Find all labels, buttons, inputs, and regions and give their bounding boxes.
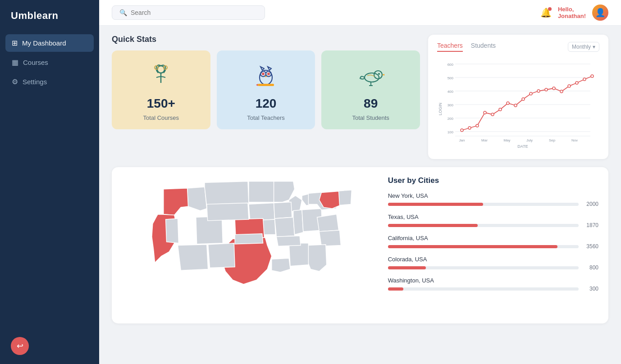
svg-point-38: [461, 129, 463, 132]
svg-point-43: [499, 108, 502, 111]
search-bar[interactable]: 🔍: [112, 5, 265, 20]
header-right: 🔔 Hello, Jonathan! 👤: [540, 5, 608, 21]
svg-marker-57: [187, 187, 207, 211]
svg-text:100: 100: [447, 130, 454, 134]
sidebar-item-label: Courses: [23, 59, 48, 66]
svg-text:300: 300: [447, 103, 454, 107]
students-number: 89: [364, 96, 378, 111]
chevron-down-icon: ▾: [593, 44, 595, 50]
quick-stats-title: Quick Stats: [112, 35, 420, 44]
avatar[interactable]: 👤: [592, 5, 608, 21]
svg-text:July: July: [526, 138, 533, 142]
svg-text:Mar: Mar: [481, 138, 488, 142]
bottom-row: User by Cities New York, USA 2000 Texas,…: [112, 167, 608, 323]
sidebar-item-label: My Dashboard: [22, 39, 66, 47]
svg-marker-85: [208, 243, 235, 268]
notification-bell[interactable]: 🔔: [540, 7, 552, 18]
teachers-label: Total Teachers: [247, 114, 285, 121]
chart-filter-dropdown[interactable]: Monthly ▾: [568, 42, 599, 52]
svg-point-15: [378, 73, 380, 75]
sidebar-footer: ↩: [0, 328, 99, 364]
stat-card-courses: 150+ Total Courses: [112, 50, 210, 129]
svg-text:DATE: DATE: [517, 144, 528, 149]
svg-text:600: 600: [447, 63, 454, 67]
courses-illustration: [146, 60, 175, 93]
chart-tab-students[interactable]: Students: [471, 42, 496, 52]
students-label: Total Students: [352, 114, 389, 121]
svg-marker-81: [235, 234, 263, 244]
svg-point-54: [583, 78, 586, 81]
svg-text:Sep: Sep: [549, 138, 556, 142]
svg-point-44: [507, 102, 509, 105]
cities-title: User by Cities: [388, 176, 598, 185]
chart-header: Teachers Students Monthly ▾: [437, 42, 599, 52]
stats-cards: 150+ Total Courses: [112, 50, 420, 129]
svg-text:LOGIN: LOGIN: [438, 103, 443, 115]
main-area: 🔍 🔔 Hello, Jonathan! 👤 Quick Stats: [99, 0, 621, 364]
svg-marker-65: [274, 202, 292, 218]
city-value: 2000: [582, 201, 598, 207]
students-illustration: [356, 60, 385, 93]
user-greeting: Hello, Jonathan!: [558, 6, 586, 19]
svg-point-13: [365, 73, 379, 82]
stats-area: Quick Stats: [112, 35, 420, 159]
top-row: Quick Stats: [112, 35, 608, 159]
courses-icon: ▦: [12, 58, 18, 67]
chart-tabs: Teachers Students: [437, 42, 496, 52]
svg-marker-73: [306, 245, 327, 272]
chart-area: LOGIN 600 500 400 300 200: [437, 57, 599, 152]
sidebar-item-label: Settings: [23, 78, 47, 86]
cities-area: User by Cities New York, USA 2000 Texas,…: [384, 176, 598, 314]
svg-point-46: [522, 98, 525, 100]
sidebar: Umblearn ⊞ My Dashboard ▦ Courses ⚙ Sett…: [0, 0, 99, 364]
svg-point-50: [553, 87, 555, 90]
svg-marker-10: [268, 67, 271, 70]
map-area: [122, 176, 374, 314]
city-value: 300: [582, 286, 598, 292]
svg-marker-74: [289, 243, 309, 266]
search-input[interactable]: [131, 9, 257, 16]
username: Jonathan!: [558, 13, 586, 19]
svg-point-47: [530, 92, 532, 95]
svg-point-42: [491, 113, 494, 116]
svg-point-39: [468, 127, 471, 129]
svg-point-40: [476, 124, 479, 127]
svg-point-52: [568, 85, 571, 87]
svg-marker-59: [248, 182, 274, 202]
svg-marker-72: [320, 230, 341, 246]
svg-text:500: 500: [447, 76, 454, 80]
svg-point-45: [514, 104, 517, 107]
svg-marker-71: [317, 214, 339, 231]
city-name: New York, USA: [388, 192, 598, 199]
svg-point-6: [262, 73, 265, 75]
svg-text:400: 400: [447, 90, 454, 94]
svg-marker-76: [164, 188, 188, 215]
svg-marker-66: [275, 217, 295, 237]
search-icon: 🔍: [119, 9, 127, 16]
stat-card-students: 89 Total Students: [321, 50, 420, 129]
svg-marker-12: [256, 84, 258, 86]
svg-point-51: [560, 90, 563, 93]
courses-label: Total Courses: [143, 114, 179, 121]
svg-point-53: [575, 82, 578, 84]
svg-marker-82: [178, 245, 208, 271]
sidebar-item-settings[interactable]: ⚙ Settings: [5, 73, 94, 91]
sidebar-item-dashboard[interactable]: ⊞ My Dashboard: [5, 34, 94, 52]
logout-icon: ↩: [17, 341, 23, 351]
sidebar-item-courses[interactable]: ▦ Courses: [5, 54, 94, 71]
chart-tab-teachers[interactable]: Teachers: [437, 42, 463, 52]
app-logo: Umblearn: [0, 0, 99, 34]
svg-marker-58: [205, 182, 249, 207]
city-row-ny: New York, USA 2000: [388, 192, 598, 207]
sidebar-nav: ⊞ My Dashboard ▦ Courses ⚙ Settings: [0, 34, 99, 328]
svg-marker-86: [272, 258, 290, 272]
teachers-number: 120: [256, 96, 277, 111]
svg-marker-87: [207, 203, 249, 221]
greeting-prefix: Hello,: [558, 6, 586, 13]
svg-text:Jan: Jan: [459, 138, 465, 142]
logout-button[interactable]: ↩: [11, 337, 29, 355]
city-name: Colorada, USA: [388, 256, 598, 263]
svg-marker-63: [249, 203, 275, 221]
svg-rect-11: [258, 84, 274, 86]
svg-marker-9: [260, 67, 264, 70]
